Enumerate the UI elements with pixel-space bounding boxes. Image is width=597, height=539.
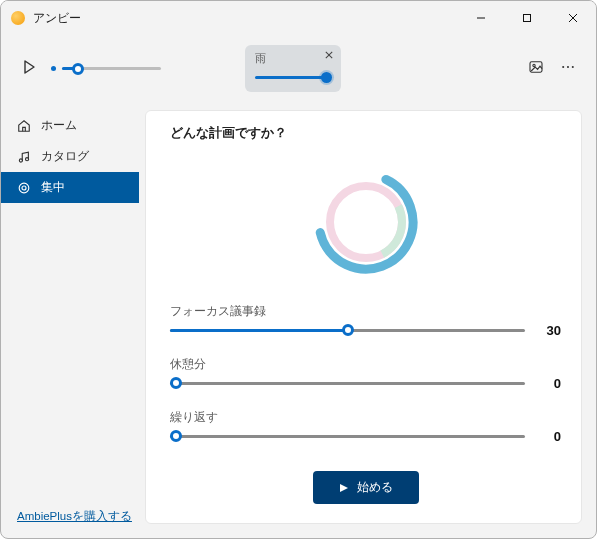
sound-chip: 雨 [245,45,341,92]
sound-chip-slider[interactable] [255,72,331,82]
more-icon [560,59,576,75]
volume-slider-start-dot [51,66,56,71]
close-button[interactable] [550,1,596,35]
slider-thumb[interactable] [170,377,182,389]
slider-track [170,382,525,385]
minimize-icon [476,13,486,23]
repeat-slider[interactable] [170,427,525,445]
svg-rect-1 [524,15,531,22]
play-button[interactable] [21,59,37,78]
sound-chip-title: 雨 [255,51,331,66]
image-icon [528,59,544,75]
slider-thumb[interactable] [170,430,182,442]
focus-minutes-slider[interactable] [170,321,525,339]
minimize-button[interactable] [458,1,504,35]
control-break-minutes: 休憩分 0 [170,357,561,392]
slider-track [170,329,525,332]
close-icon [568,13,578,23]
window-controls [458,1,596,35]
more-button[interactable] [560,59,576,78]
svg-point-18 [306,162,426,282]
close-icon [325,51,333,59]
focus-card: どんな計画ですか？ フォーカス議事録 [145,110,582,524]
sound-chip-close-button[interactable] [323,49,335,61]
sound-chip-thumb[interactable] [321,72,332,83]
sidebar-item-label: ホーム [41,117,77,134]
app-window: アンビー 雨 [0,0,597,539]
progress-ring-wrap [170,162,561,282]
svg-marker-4 [25,61,34,73]
sidebar-item-home[interactable]: ホーム [1,110,139,141]
play-icon [21,59,37,75]
sidebar-item-label: 集中 [41,179,65,196]
toolbar: 雨 [1,35,596,106]
volume-slider[interactable] [51,62,161,76]
footer-link-wrap: AmbiePlusを購入する [1,509,139,538]
content: どんな計画ですか？ フォーカス議事録 [139,106,596,538]
sound-chip-track [255,76,331,79]
break-minutes-value: 0 [539,376,561,391]
volume-slider-thumb[interactable] [72,63,84,75]
svg-point-9 [562,66,564,68]
sidebar: ホーム カタログ 集中 AmbiePlusを購入する [1,106,139,538]
toolbar-right [528,59,576,78]
app-icon [11,11,25,25]
control-label: フォーカス議事録 [170,304,561,319]
control-focus-minutes: フォーカス議事録 30 [170,304,561,339]
sidebar-item-focus[interactable]: 集中 [1,172,139,203]
maximize-button[interactable] [504,1,550,35]
focus-minutes-value: 30 [539,323,561,338]
music-icon [17,150,31,164]
slider-thumb[interactable] [342,324,354,336]
svg-point-8 [533,64,535,66]
app-title: アンビー [33,10,81,27]
slider-fill [170,329,348,332]
svg-point-15 [22,185,26,189]
card-title: どんな計画ですか？ [170,125,561,142]
svg-marker-19 [340,484,348,492]
volume-slider-track [62,67,161,70]
break-minutes-slider[interactable] [170,374,525,392]
play-icon [339,483,349,493]
target-icon [17,181,31,195]
home-icon [17,119,31,133]
slider-track [170,435,525,438]
svg-point-14 [19,183,29,193]
sidebar-item-label: カタログ [41,148,89,165]
svg-point-11 [572,66,574,68]
image-button[interactable] [528,59,544,78]
start-row: 始める [170,471,561,504]
start-button-label: 始める [357,479,393,496]
progress-ring [306,162,426,282]
maximize-icon [522,13,532,23]
body: ホーム カタログ 集中 AmbiePlusを購入する どんな計画ですか？ [1,106,596,538]
control-label: 休憩分 [170,357,561,372]
buy-plus-link[interactable]: AmbiePlusを購入する [17,510,132,522]
control-label: 繰り返す [170,410,561,425]
repeat-value: 0 [539,429,561,444]
svg-point-13 [25,157,28,160]
titlebar: アンビー [1,1,596,35]
control-repeat: 繰り返す 0 [170,410,561,445]
sidebar-item-catalog[interactable]: カタログ [1,141,139,172]
start-button[interactable]: 始める [313,471,419,504]
svg-point-10 [567,66,569,68]
svg-point-12 [19,158,22,161]
